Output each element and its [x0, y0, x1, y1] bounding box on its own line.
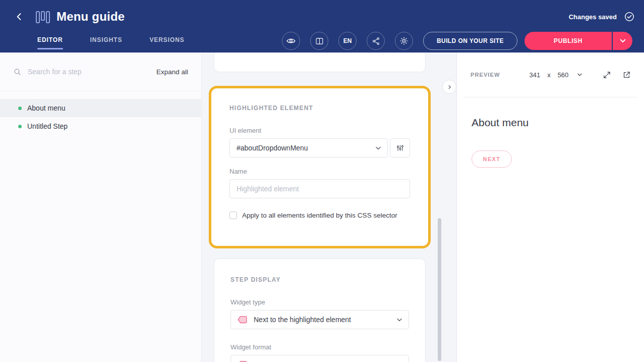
build-on-your-site-button[interactable]: BUILD ON YOUR SITE [423, 32, 517, 50]
language-label: EN [343, 37, 352, 44]
widget-format-select[interactable] [230, 355, 409, 362]
sliders-icon [396, 144, 404, 152]
section-title: STEP DISPLAY [230, 276, 409, 283]
preview-next-button[interactable]: NEXT [472, 150, 512, 168]
element-picker-button[interactable] [390, 138, 410, 158]
top-header: Menu guide Changes saved EDITOR INSIGHTS… [0, 0, 644, 53]
chevron-down-icon [577, 73, 582, 76]
card-previous-partial [214, 53, 426, 72]
chevron-down-icon [620, 39, 626, 43]
settings-button[interactable] [395, 32, 413, 50]
sidebar-item-untitled-step[interactable]: Untitled Step [0, 117, 201, 135]
app-window: Menu guide Changes saved EDITOR INSIGHTS… [0, 0, 644, 362]
tooltip-widget-icon [238, 316, 247, 324]
editor-tabs: EDITOR INSIGHTS VERSIONS [37, 36, 185, 49]
external-link-icon [622, 71, 631, 79]
widget-type-value: Next to the highlighted element [254, 316, 351, 324]
ui-element-row: #aboutDropdownMenu [229, 138, 410, 158]
back-button[interactable] [12, 10, 26, 24]
ui-element-select[interactable]: #aboutDropdownMenu [229, 138, 388, 158]
page-title: Menu guide [56, 10, 125, 24]
highlighted-element-card: HIGHLIGHTED ELEMENT UI element #aboutDro… [209, 86, 431, 248]
share-icon [372, 37, 380, 45]
open-in-new-window-button[interactable] [622, 71, 631, 79]
ui-element-label: UI element [229, 127, 410, 134]
preview-eye-button[interactable] [282, 32, 300, 50]
dimension-separator: x [547, 71, 551, 79]
preview-step-heading: About menu [472, 117, 644, 129]
preview-height-value: 560 [558, 71, 569, 79]
tab-versions[interactable]: VERSIONS [149, 36, 184, 49]
share-button[interactable] [367, 32, 385, 50]
widget-type-label: Widget type [230, 298, 409, 306]
step-list: About menu Untitled Step [0, 99, 201, 135]
preview-body: About menu NEXT [457, 117, 644, 168]
step-label: Untitled Step [27, 122, 68, 130]
split-columns-icon [315, 37, 324, 45]
sidebar-item-about-menu[interactable]: About menu [0, 99, 201, 117]
apply-all-row: Apply to all elements identified by this… [229, 212, 410, 219]
element-name-input[interactable] [229, 179, 410, 198]
apply-all-checkbox[interactable] [229, 212, 237, 219]
layout-button[interactable] [310, 32, 328, 50]
preview-header: PREVIEW 341 x 560 [463, 53, 637, 97]
header-actions: EN [282, 32, 413, 50]
step-status-dot [18, 107, 22, 110]
editor-scrollbar-thumb[interactable] [438, 218, 441, 361]
changes-saved-status: Changes saved [569, 13, 617, 21]
expand-preview-button[interactable] [603, 71, 611, 79]
widget-type-select[interactable]: Next to the highlighted element [230, 310, 409, 329]
steps-sidebar: Expand all About menu Untitled Step [0, 53, 202, 362]
preview-width-value: 341 [529, 71, 540, 79]
name-label: Name [229, 168, 410, 175]
check-circle-icon [624, 11, 635, 22]
publish-dropdown-button[interactable] [613, 32, 632, 50]
preview-title: PREVIEW [471, 72, 500, 78]
guide-logo-icon [35, 10, 51, 24]
publish-button[interactable]: PUBLISH [524, 32, 612, 50]
apply-all-label: Apply to all elements identified by this… [242, 212, 397, 219]
step-display-card: STEP DISPLAY Widget type Next to the hig… [214, 258, 426, 362]
step-label: About menu [27, 104, 66, 112]
step-status-dot [18, 125, 22, 128]
search-step-input[interactable] [28, 68, 156, 76]
chevron-down-icon [376, 146, 381, 150]
step-search-row: Expand all [0, 53, 201, 91]
widget-format-label: Widget format [230, 343, 409, 351]
chevron-down-icon [397, 318, 402, 322]
preview-panel: PREVIEW 341 x 560 [456, 53, 644, 362]
chevron-right-icon [447, 84, 452, 90]
tab-insights[interactable]: INSIGHTS [90, 36, 123, 49]
language-button[interactable]: EN [338, 32, 357, 50]
editor-panel: HIGHLIGHTED ELEMENT UI element #aboutDro… [202, 53, 456, 362]
expand-arrows-icon [603, 71, 611, 79]
gear-icon [399, 36, 408, 45]
collapse-preview-button[interactable] [442, 80, 456, 94]
eye-icon [286, 36, 296, 46]
preview-toolbar [603, 71, 631, 79]
search-icon [13, 68, 22, 76]
chevron-left-icon [14, 12, 24, 22]
expand-all-link[interactable]: Expand all [156, 68, 188, 76]
preview-size-dropdown[interactable]: 341 x 560 [529, 71, 582, 79]
section-title: HIGHLIGHTED ELEMENT [229, 105, 410, 112]
tab-editor[interactable]: EDITOR [37, 36, 63, 49]
ui-element-value: #aboutDropdownMenu [237, 144, 308, 152]
